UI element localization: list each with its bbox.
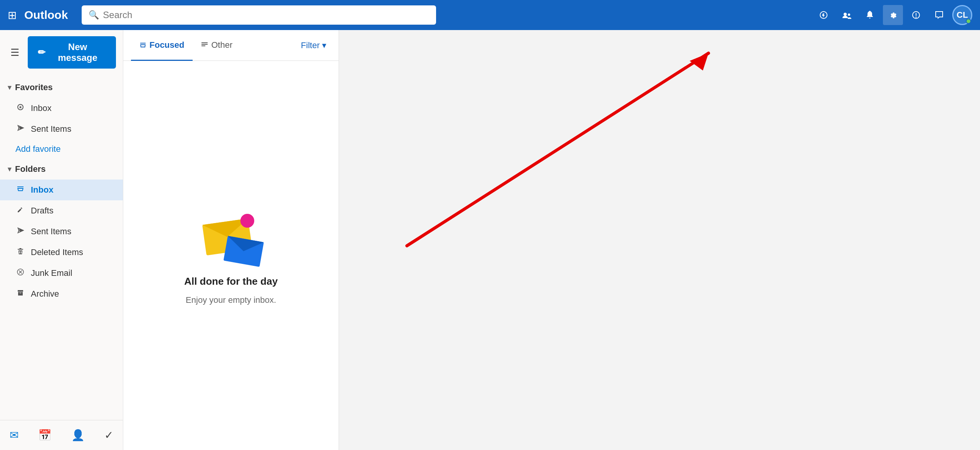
sidebar-item-sent[interactable]: Sent Items	[0, 221, 123, 242]
focused-tab-icon	[139, 42, 146, 49]
junk-icon	[15, 268, 25, 278]
inbox-fav-icon	[15, 103, 25, 113]
tab-bar: Focused Other Filter ▾	[123, 30, 339, 61]
search-icon: 🔍	[89, 10, 99, 20]
new-message-icon: ✏	[38, 47, 45, 58]
sidebar-item-inbox[interactable]: Inbox	[0, 180, 123, 200]
folders-section-header[interactable]: ▾ Folders	[0, 159, 123, 180]
filter-chevron-icon: ▾	[322, 40, 326, 50]
svg-line-1	[407, 53, 708, 246]
sent-fav-icon	[15, 124, 25, 134]
folders-chevron-icon: ▾	[8, 165, 11, 173]
skype-icon-btn[interactable]	[814, 5, 834, 25]
empty-inbox-subtitle: Enjoy your empty inbox.	[186, 295, 276, 305]
red-arrow-svg	[339, 30, 980, 450]
sent-fav-label: Sent Items	[31, 124, 71, 134]
tasks-nav-icon[interactable]: ✓	[101, 426, 116, 445]
favorites-section-header[interactable]: ▾ Favorites	[0, 77, 123, 98]
new-message-button[interactable]: ✏ New message	[28, 36, 116, 69]
mail-nav-icon[interactable]: ✉	[7, 426, 22, 445]
sent-label: Sent Items	[31, 227, 71, 237]
online-status-dot	[966, 18, 971, 24]
empty-inbox-title: All done for the day	[184, 275, 278, 287]
empty-inbox-illustration	[196, 206, 266, 268]
email-list-panel: Focused Other Filter ▾ All done for the …	[123, 30, 339, 450]
people-nav-icon[interactable]: 👤	[68, 426, 88, 445]
deleted-icon	[15, 247, 25, 257]
inbox-fav-label: Inbox	[31, 103, 52, 113]
filter-button[interactable]: Filter ▾	[296, 37, 331, 54]
main-layout: ☰ ✏ New message ▾ Favorites Inbox	[0, 30, 980, 450]
sidebar-item-sent-fav[interactable]: Sent Items	[0, 119, 123, 139]
main-content-area	[339, 30, 980, 450]
help-icon-btn[interactable]	[906, 5, 926, 25]
inbox-icon	[15, 185, 25, 195]
archive-icon	[15, 289, 25, 299]
archive-label: Archive	[31, 289, 59, 299]
app-title: Outlook	[24, 8, 68, 22]
blue-envelope	[223, 236, 264, 267]
feedback-icon-btn[interactable]	[929, 5, 949, 25]
drafts-label: Drafts	[31, 206, 54, 216]
tab-other[interactable]: Other	[193, 30, 241, 61]
junk-label: Junk Email	[31, 268, 72, 278]
people-collab-icon-btn[interactable]	[837, 5, 857, 25]
hamburger-button[interactable]: ☰	[7, 45, 22, 60]
other-tab-icon	[201, 42, 208, 49]
tab-focused[interactable]: Focused	[131, 30, 193, 61]
pink-notification-dot	[240, 214, 254, 228]
sent-icon	[15, 227, 25, 237]
sidebar-bottom-nav: ✉ 📅 👤 ✓	[0, 420, 123, 450]
calendar-nav-icon[interactable]: 📅	[35, 426, 55, 445]
svg-marker-2	[690, 53, 708, 71]
sidebar-top: ☰ ✏ New message	[0, 30, 123, 75]
header-icons: CL	[814, 5, 972, 25]
sidebar-item-deleted[interactable]: Deleted Items	[0, 242, 123, 263]
annotation-overlay	[339, 30, 980, 450]
sidebar-navigation: ▾ Favorites Inbox Sent Items Add favorit…	[0, 75, 123, 420]
top-navigation: ⊞ Outlook 🔍 CL	[0, 0, 980, 30]
sidebar-item-inbox-fav[interactable]: Inbox	[0, 98, 123, 119]
bell-icon-btn[interactable]	[860, 5, 880, 25]
favorites-chevron-icon: ▾	[8, 83, 11, 92]
empty-inbox-state: All done for the day Enjoy your empty in…	[123, 61, 339, 450]
add-favorite-link[interactable]: Add favorite	[0, 139, 123, 159]
drafts-icon	[15, 206, 25, 216]
deleted-label: Deleted Items	[31, 247, 83, 257]
grid-icon[interactable]: ⊞	[8, 9, 17, 22]
sidebar-item-drafts[interactable]: Drafts	[0, 200, 123, 221]
sidebar-item-archive[interactable]: Archive	[0, 284, 123, 304]
sidebar-item-junk[interactable]: Junk Email	[0, 263, 123, 284]
settings-icon-btn[interactable]	[883, 5, 903, 25]
sidebar: ☰ ✏ New message ▾ Favorites Inbox	[0, 30, 123, 450]
search-box[interactable]: 🔍	[82, 5, 436, 25]
search-input[interactable]	[103, 10, 429, 20]
avatar[interactable]: CL	[952, 5, 972, 25]
inbox-label: Inbox	[31, 185, 54, 195]
